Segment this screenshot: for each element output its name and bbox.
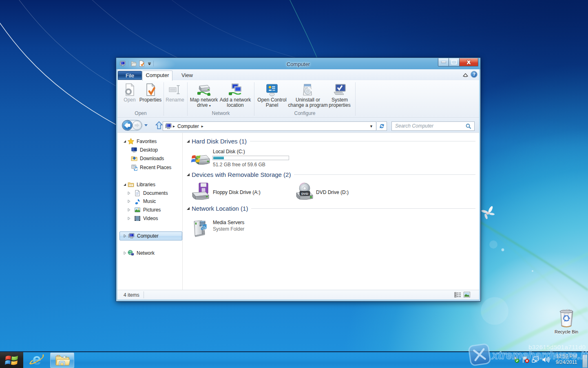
svg-text:?: ? bbox=[473, 72, 475, 77]
svg-text:DVD: DVD bbox=[301, 192, 308, 196]
